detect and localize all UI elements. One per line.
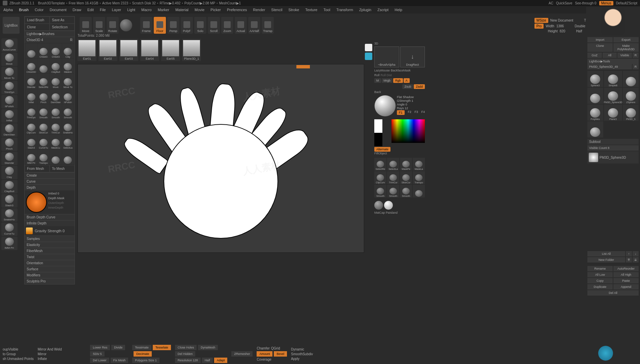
- seethrough-slider[interactable]: See-through 0: [575, 1, 596, 5]
- brush-curvetu[interactable]: CurveTu: [1, 222, 18, 236]
- menu-file[interactable]: File: [100, 8, 106, 12]
- rotate-button[interactable]: Rotate: [107, 17, 119, 34]
- brush-snakeho[interactable]: SnakeHo: [1, 208, 18, 222]
- zsub-button[interactable]: Zsub: [402, 84, 413, 89]
- brush-grid-item[interactable]: Chisel3D: [25, 59, 37, 73]
- flatshadow-toggle[interactable]: Flat Shadow: [397, 95, 414, 99]
- lazymouse-toggle[interactable]: LazyMouse: [374, 69, 390, 72]
- gizmo-sphere-icon[interactable]: [120, 19, 132, 31]
- menu-transform[interactable]: Transform: [336, 8, 353, 12]
- dellower-button[interactable]: Del Lower: [90, 358, 109, 363]
- brush-grid-item[interactable]: SliceCur: [37, 119, 49, 134]
- brush-immpri[interactable]: IMM Pri: [1, 237, 18, 250]
- thumb-plane3d[interactable]: Plane3D_1: [182, 39, 201, 61]
- viewport-canvas[interactable]: [78, 64, 364, 253]
- brush-moveto[interactable]: Move To: [1, 67, 18, 80]
- half-button[interactable]: Half: [576, 29, 582, 33]
- resolution-slider[interactable]: Resolution 128: [175, 358, 201, 363]
- menu-stencil[interactable]: Stencil: [271, 8, 282, 12]
- menu-color[interactable]: Color: [35, 8, 43, 12]
- paste-button[interactable]: Paste: [613, 278, 639, 283]
- quicksave-button[interactable]: QuickSave: [556, 1, 572, 5]
- brush-grid-item[interactable]: Smooth: [37, 104, 49, 119]
- brush-grid-item[interactable]: Clay: [62, 43, 74, 58]
- infinite-depth-toggle[interactable]: Infinite Depth: [25, 220, 75, 226]
- tool-item[interactable]: ClipCurv: [374, 171, 386, 184]
- tool-grid-item[interactable]: Plane3: [604, 104, 622, 121]
- tool-item[interactable]: Transpo: [413, 171, 425, 184]
- color-picker[interactable]: [391, 119, 425, 143]
- load-brush-button[interactable]: Load Brush: [25, 17, 50, 24]
- menu-document[interactable]: Document: [50, 8, 66, 12]
- new-document-button[interactable]: New Document: [550, 19, 573, 22]
- brush-grid-item[interactable]: SelectLa: [62, 134, 74, 149]
- zoom-button[interactable]: Zoom: [221, 17, 233, 34]
- brush-grid-item[interactable]: SelectRe: [37, 74, 49, 89]
- all-button[interactable]: All: [603, 53, 617, 58]
- lowerres-button[interactable]: Lower Res: [90, 345, 110, 350]
- brush-grid-item[interactable]: Move To: [62, 74, 74, 89]
- solo-button[interactable]: Solo: [194, 17, 206, 34]
- allhigh-button[interactable]: All High: [613, 272, 639, 277]
- tool-grid-item[interactable]: ZSphere: [623, 88, 639, 104]
- brush-grid-item[interactable]: MaskCu: [50, 134, 62, 149]
- rays-slider[interactable]: Rays 12: [397, 107, 408, 110]
- menu-zplugin[interactable]: Zplugin: [359, 8, 371, 12]
- fixmesh-button[interactable]: Fix Mesh: [111, 358, 128, 363]
- rgb-button[interactable]: Rgb: [393, 78, 403, 83]
- m-button[interactable]: M: [374, 78, 381, 83]
- alternate-button[interactable]: Alternate: [374, 147, 390, 152]
- delall-button[interactable]: Del All: [587, 290, 639, 296]
- polysize-slider[interactable]: Polygons Size 1: [132, 358, 159, 363]
- sdiv-slider[interactable]: SDiv 5: [90, 351, 105, 357]
- brush-grid-item[interactable]: [37, 59, 49, 73]
- aahalf-button[interactable]: AAHalf: [248, 17, 260, 34]
- brush-clay[interactable]: Clay: [1, 166, 18, 179]
- persp-button[interactable]: Persp: [167, 17, 179, 34]
- lightbox-button[interactable]: LightBox: [3, 17, 20, 34]
- zadd-button[interactable]: Zadd: [414, 84, 425, 89]
- subtool-header[interactable]: Subtool: [587, 139, 639, 145]
- make-polymesh-button[interactable]: Make PolyMesh3D: [613, 43, 639, 52]
- material-ball-icon[interactable]: [374, 95, 396, 117]
- floor-button[interactable]: Floor: [154, 17, 166, 34]
- thumb-ear05[interactable]: Ear05: [161, 39, 180, 61]
- brush-grid-item[interactable]: ClayBuil: [50, 59, 62, 73]
- export-button[interactable]: Export: [613, 37, 639, 42]
- create-section[interactable]: Create: [25, 172, 75, 178]
- outer-depth-slider[interactable]: OuterDepth: [48, 201, 73, 205]
- r-flag[interactable]: R: [633, 64, 639, 69]
- brush-hpolish[interactable]: hPolish: [1, 95, 18, 109]
- closeholes-button[interactable]: Close Holes: [175, 345, 197, 350]
- tool-grid-item[interactable]: PM3D_Sphere3D: [604, 88, 622, 104]
- double-button[interactable]: Double: [575, 24, 585, 28]
- tesselate-button[interactable]: Tesselate: [153, 345, 171, 350]
- tool-item[interactable]: TrimCur: [387, 171, 399, 184]
- menu-material[interactable]: Material: [175, 8, 188, 12]
- tool-grid-item[interactable]: PolyMes: [587, 104, 603, 121]
- brush-grid-item[interactable]: IMM Pri: [25, 150, 37, 164]
- inner-depth-slider[interactable]: InnerDepth: [48, 206, 73, 209]
- twist-section[interactable]: Twist: [25, 254, 75, 260]
- rename-button[interactable]: Rename: [587, 266, 613, 271]
- autoreorder-button[interactable]: AutoReorder: [613, 266, 639, 271]
- matcap-ball-2[interactable]: [384, 201, 393, 210]
- brush-grid-item[interactable]: Transpo: [37, 150, 49, 164]
- dragrect-box[interactable]: ↓DragRect: [400, 47, 425, 67]
- togroup-button[interactable]: to Group: [3, 352, 16, 356]
- tool-grid-item[interactable]: PM3D_S: [623, 104, 639, 121]
- unmasked-button[interactable]: sh Unmasked Points: [3, 357, 34, 361]
- moveup-icon[interactable]: ⇈: [626, 257, 632, 263]
- pro-button[interactable]: Pro: [534, 24, 544, 29]
- f4-button[interactable]: F4: [421, 110, 425, 115]
- f2-button[interactable]: F2: [408, 110, 411, 115]
- brush-claybuil[interactable]: ClayBuil: [1, 180, 18, 193]
- brush-grid-item[interactable]: Slash3: [25, 134, 37, 149]
- adapt-button[interactable]: Adapt: [214, 358, 228, 363]
- menu-marker[interactable]: Marker: [158, 8, 169, 12]
- brush-slash3[interactable]: Slash3: [1, 194, 18, 208]
- tool-item[interactable]: [413, 185, 425, 198]
- listall-button[interactable]: List All: [587, 251, 625, 256]
- brush-accucurve[interactable]: AccuCurve: [1, 38, 18, 52]
- brush-grid-item[interactable]: ClipCurv: [25, 119, 37, 134]
